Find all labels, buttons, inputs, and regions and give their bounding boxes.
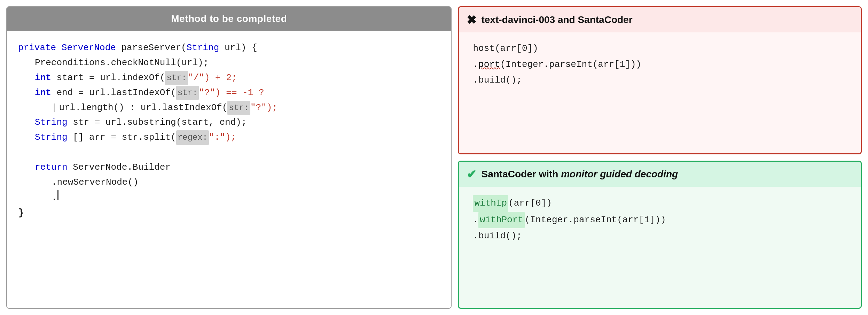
preconditions: Preconditions.checkNotNull(url); <box>35 55 209 70</box>
left-panel: Method to be completed private ServerNod… <box>6 6 452 309</box>
correct-line-2: . withPort (Integer.parseInt(arr[1])) <box>473 212 847 229</box>
code-line-1: private ServerNode parseServer( String u… <box>18 40 440 55</box>
main-container: Method to be completed private ServerNod… <box>0 0 868 315</box>
param-str-1: str: <box>165 71 188 85</box>
type-string-2: String <box>35 115 73 130</box>
wrong-code-build: .build(); <box>473 72 522 89</box>
param-str-3: str: <box>227 101 250 115</box>
type-string: String <box>187 40 225 55</box>
var-start: start = url.indexOf( <box>56 70 165 85</box>
correct-code-withport: withPort <box>478 212 525 229</box>
code-line-7: String [] arr = str.split( regex: ":"); <box>18 130 440 145</box>
correct-line-1: withIp (arr[0]) <box>473 195 847 212</box>
wrong-code-port-suffix: (Integer.parseInt(arr[1])) <box>500 57 642 73</box>
correct-line-3: .build(); <box>473 228 847 244</box>
close-brace: } <box>18 205 24 221</box>
wrong-icon: ✖ <box>467 13 476 27</box>
correct-code-withip-param: (arr[0]) <box>508 195 552 212</box>
wrong-line-3: .build(); <box>473 72 847 89</box>
url-length: url.length() : url.lastIndexOf( <box>59 100 228 115</box>
param-regex: regex: <box>176 130 209 145</box>
str-question-1: "?") == -1 ? <box>199 85 264 100</box>
code-line-9: .newServerNode() <box>18 175 440 190</box>
code-line-close: } <box>18 205 440 221</box>
correct-header: ✔ SantaCoder with monitor guided decodin… <box>459 162 861 187</box>
correct-title: SantaCoder with monitor guided decoding <box>481 169 678 180</box>
wrong-code: host(arr[0]) . port (Integer.parseInt(ar… <box>459 32 861 97</box>
code-line-10: . <box>18 190 440 205</box>
correct-title-prefix: SantaCoder with <box>481 169 561 179</box>
wrong-panel: ✖ text-davinci-003 and SantaCoder host(a… <box>458 6 862 154</box>
code-line-empty <box>18 145 440 160</box>
code-line-8: return ServerNode.Builder <box>18 160 440 175</box>
code-line-3: int start = url.indexOf( str: "/") + 2; <box>18 70 440 85</box>
dot-cursor: . <box>52 190 57 205</box>
var-str: str = url.substring(start, end); <box>73 115 247 130</box>
correct-panel: ✔ SantaCoder with monitor guided decodin… <box>458 161 862 309</box>
wrong-line-2: . port (Integer.parseInt(arr[1])) <box>473 57 847 73</box>
text-cursor <box>57 190 58 200</box>
str-slash: "/") + 2; <box>188 70 237 85</box>
code-line-2: Preconditions.checkNotNull(url); <box>18 55 440 70</box>
correct-code-withport-param: (Integer.parseInt(arr[1])) <box>525 212 666 228</box>
right-panel: ✖ text-davinci-003 and SantaCoder host(a… <box>458 6 862 309</box>
correct-code-withip: withIp <box>473 195 508 212</box>
correct-code-dot: . <box>473 212 478 228</box>
wrong-code-port-squiggle: port <box>478 57 500 73</box>
kw-int-1: int <box>35 70 56 85</box>
type-servernode: ServerNode <box>62 40 122 55</box>
param-str-2: str: <box>176 86 199 100</box>
wrong-code-host: host(arr[0]) <box>473 41 538 57</box>
str-colon: ":"); <box>209 130 236 145</box>
type-string-3: String <box>35 130 73 145</box>
code-line-5: | url.length() : url.lastIndexOf( str: "… <box>18 100 440 115</box>
code-area: private ServerNode parseServer( String u… <box>7 31 451 308</box>
wrong-line-1: host(arr[0]) <box>473 41 847 57</box>
correct-code-build: .build(); <box>473 228 522 244</box>
left-panel-header: Method to be completed <box>7 7 451 31</box>
wrong-title: text-davinci-003 and SantaCoder <box>481 14 632 25</box>
code-line-4: int end = url.lastIndexOf( str: "?") == … <box>18 85 440 100</box>
correct-icon: ✔ <box>467 167 476 181</box>
str-question-2: "?"); <box>250 100 277 115</box>
kw-int-2: int <box>35 85 56 100</box>
wrong-header: ✖ text-davinci-003 and SantaCoder <box>459 7 861 32</box>
wrong-code-port-prefix: . <box>473 57 478 73</box>
correct-title-em: monitor guided decoding <box>561 169 678 179</box>
correct-code: withIp (arr[0]) . withPort (Integer.pars… <box>459 187 861 253</box>
servernode-builder: ServerNode.Builder <box>73 160 171 175</box>
param-url: url) { <box>225 40 257 55</box>
var-end: end = url.lastIndexOf( <box>56 85 176 100</box>
method-name: parseServer( <box>121 40 186 55</box>
pipe-char: | <box>52 100 57 115</box>
kw-return: return <box>35 160 73 175</box>
code-line-6: String str = url.substring(start, end); <box>18 115 440 130</box>
new-server-node: .newServerNode() <box>52 175 139 190</box>
kw-private: private <box>18 40 62 55</box>
var-arr: [] arr = str.split( <box>73 130 176 145</box>
